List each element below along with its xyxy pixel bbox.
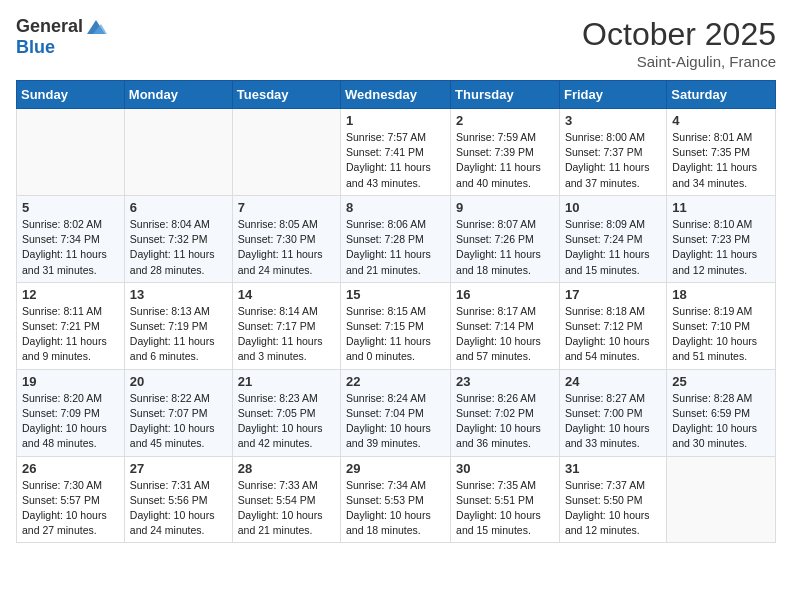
day-info: Sunrise: 7:35 AMSunset: 5:51 PMDaylight:… (456, 478, 554, 539)
day-number: 6 (130, 200, 227, 215)
logo-blue: Blue (16, 38, 107, 58)
calendar-table: SundayMondayTuesdayWednesdayThursdayFrid… (16, 80, 776, 543)
day-number: 7 (238, 200, 335, 215)
calendar-cell: 19Sunrise: 8:20 AMSunset: 7:09 PMDayligh… (17, 369, 125, 456)
location: Saint-Aigulin, France (582, 53, 776, 70)
day-number: 23 (456, 374, 554, 389)
day-info: Sunrise: 8:01 AMSunset: 7:35 PMDaylight:… (672, 130, 770, 191)
day-number: 13 (130, 287, 227, 302)
day-info: Sunrise: 8:14 AMSunset: 7:17 PMDaylight:… (238, 304, 335, 365)
calendar-cell: 24Sunrise: 8:27 AMSunset: 7:00 PMDayligh… (559, 369, 666, 456)
day-number: 28 (238, 461, 335, 476)
calendar-cell: 9Sunrise: 8:07 AMSunset: 7:26 PMDaylight… (451, 195, 560, 282)
month-title: October 2025 (582, 16, 776, 53)
day-info: Sunrise: 8:17 AMSunset: 7:14 PMDaylight:… (456, 304, 554, 365)
calendar-cell: 27Sunrise: 7:31 AMSunset: 5:56 PMDayligh… (124, 456, 232, 543)
logo-general: General (16, 17, 83, 37)
calendar-week-row: 12Sunrise: 8:11 AMSunset: 7:21 PMDayligh… (17, 282, 776, 369)
calendar-cell: 26Sunrise: 7:30 AMSunset: 5:57 PMDayligh… (17, 456, 125, 543)
logo: General Blue (16, 16, 107, 58)
day-number: 31 (565, 461, 661, 476)
day-info: Sunrise: 8:04 AMSunset: 7:32 PMDaylight:… (130, 217, 227, 278)
day-info: Sunrise: 8:24 AMSunset: 7:04 PMDaylight:… (346, 391, 445, 452)
calendar-week-row: 26Sunrise: 7:30 AMSunset: 5:57 PMDayligh… (17, 456, 776, 543)
calendar-week-row: 19Sunrise: 8:20 AMSunset: 7:09 PMDayligh… (17, 369, 776, 456)
calendar-cell: 14Sunrise: 8:14 AMSunset: 7:17 PMDayligh… (232, 282, 340, 369)
logo-text: General Blue (16, 16, 107, 58)
day-number: 29 (346, 461, 445, 476)
day-number: 8 (346, 200, 445, 215)
day-info: Sunrise: 7:30 AMSunset: 5:57 PMDaylight:… (22, 478, 119, 539)
calendar-cell: 4Sunrise: 8:01 AMSunset: 7:35 PMDaylight… (667, 109, 776, 196)
calendar-cell: 23Sunrise: 8:26 AMSunset: 7:02 PMDayligh… (451, 369, 560, 456)
day-info: Sunrise: 7:31 AMSunset: 5:56 PMDaylight:… (130, 478, 227, 539)
title-block: October 2025 Saint-Aigulin, France (582, 16, 776, 70)
calendar-cell: 7Sunrise: 8:05 AMSunset: 7:30 PMDaylight… (232, 195, 340, 282)
calendar-cell: 28Sunrise: 7:33 AMSunset: 5:54 PMDayligh… (232, 456, 340, 543)
calendar-cell (17, 109, 125, 196)
day-number: 4 (672, 113, 770, 128)
day-info: Sunrise: 8:18 AMSunset: 7:12 PMDaylight:… (565, 304, 661, 365)
day-number: 26 (22, 461, 119, 476)
day-number: 18 (672, 287, 770, 302)
calendar-cell: 18Sunrise: 8:19 AMSunset: 7:10 PMDayligh… (667, 282, 776, 369)
calendar-cell: 17Sunrise: 8:18 AMSunset: 7:12 PMDayligh… (559, 282, 666, 369)
day-info: Sunrise: 8:10 AMSunset: 7:23 PMDaylight:… (672, 217, 770, 278)
col-header-saturday: Saturday (667, 81, 776, 109)
calendar-cell: 8Sunrise: 8:06 AMSunset: 7:28 PMDaylight… (341, 195, 451, 282)
calendar-cell: 21Sunrise: 8:23 AMSunset: 7:05 PMDayligh… (232, 369, 340, 456)
calendar-cell: 29Sunrise: 7:34 AMSunset: 5:53 PMDayligh… (341, 456, 451, 543)
day-number: 19 (22, 374, 119, 389)
col-header-wednesday: Wednesday (341, 81, 451, 109)
day-info: Sunrise: 8:06 AMSunset: 7:28 PMDaylight:… (346, 217, 445, 278)
day-info: Sunrise: 8:23 AMSunset: 7:05 PMDaylight:… (238, 391, 335, 452)
calendar-cell: 30Sunrise: 7:35 AMSunset: 5:51 PMDayligh… (451, 456, 560, 543)
calendar-cell: 1Sunrise: 7:57 AMSunset: 7:41 PMDaylight… (341, 109, 451, 196)
day-info: Sunrise: 7:37 AMSunset: 5:50 PMDaylight:… (565, 478, 661, 539)
col-header-tuesday: Tuesday (232, 81, 340, 109)
day-number: 20 (130, 374, 227, 389)
day-info: Sunrise: 8:20 AMSunset: 7:09 PMDaylight:… (22, 391, 119, 452)
day-number: 15 (346, 287, 445, 302)
day-info: Sunrise: 7:33 AMSunset: 5:54 PMDaylight:… (238, 478, 335, 539)
day-number: 2 (456, 113, 554, 128)
calendar-cell: 12Sunrise: 8:11 AMSunset: 7:21 PMDayligh… (17, 282, 125, 369)
day-number: 30 (456, 461, 554, 476)
calendar-cell: 5Sunrise: 8:02 AMSunset: 7:34 PMDaylight… (17, 195, 125, 282)
day-info: Sunrise: 7:57 AMSunset: 7:41 PMDaylight:… (346, 130, 445, 191)
col-header-friday: Friday (559, 81, 666, 109)
day-info: Sunrise: 8:13 AMSunset: 7:19 PMDaylight:… (130, 304, 227, 365)
day-info: Sunrise: 8:02 AMSunset: 7:34 PMDaylight:… (22, 217, 119, 278)
calendar-cell (124, 109, 232, 196)
day-info: Sunrise: 8:22 AMSunset: 7:07 PMDaylight:… (130, 391, 227, 452)
calendar-cell (667, 456, 776, 543)
calendar-cell (232, 109, 340, 196)
day-info: Sunrise: 8:00 AMSunset: 7:37 PMDaylight:… (565, 130, 661, 191)
col-header-sunday: Sunday (17, 81, 125, 109)
page: General Blue October 2025 Saint-Aigulin,… (0, 0, 792, 559)
calendar-cell: 3Sunrise: 8:00 AMSunset: 7:37 PMDaylight… (559, 109, 666, 196)
calendar-week-row: 1Sunrise: 7:57 AMSunset: 7:41 PMDaylight… (17, 109, 776, 196)
day-info: Sunrise: 7:34 AMSunset: 5:53 PMDaylight:… (346, 478, 445, 539)
day-number: 16 (456, 287, 554, 302)
day-number: 3 (565, 113, 661, 128)
day-number: 24 (565, 374, 661, 389)
day-number: 21 (238, 374, 335, 389)
day-number: 22 (346, 374, 445, 389)
day-info: Sunrise: 8:05 AMSunset: 7:30 PMDaylight:… (238, 217, 335, 278)
calendar-cell: 13Sunrise: 8:13 AMSunset: 7:19 PMDayligh… (124, 282, 232, 369)
day-info: Sunrise: 8:15 AMSunset: 7:15 PMDaylight:… (346, 304, 445, 365)
day-number: 27 (130, 461, 227, 476)
col-header-monday: Monday (124, 81, 232, 109)
day-number: 5 (22, 200, 119, 215)
calendar-cell: 22Sunrise: 8:24 AMSunset: 7:04 PMDayligh… (341, 369, 451, 456)
calendar-cell: 31Sunrise: 7:37 AMSunset: 5:50 PMDayligh… (559, 456, 666, 543)
day-info: Sunrise: 8:28 AMSunset: 6:59 PMDaylight:… (672, 391, 770, 452)
calendar-cell: 11Sunrise: 8:10 AMSunset: 7:23 PMDayligh… (667, 195, 776, 282)
calendar-cell: 16Sunrise: 8:17 AMSunset: 7:14 PMDayligh… (451, 282, 560, 369)
calendar-header-row: SundayMondayTuesdayWednesdayThursdayFrid… (17, 81, 776, 109)
logo-icon (85, 16, 107, 38)
day-number: 14 (238, 287, 335, 302)
calendar-cell: 2Sunrise: 7:59 AMSunset: 7:39 PMDaylight… (451, 109, 560, 196)
day-info: Sunrise: 8:07 AMSunset: 7:26 PMDaylight:… (456, 217, 554, 278)
